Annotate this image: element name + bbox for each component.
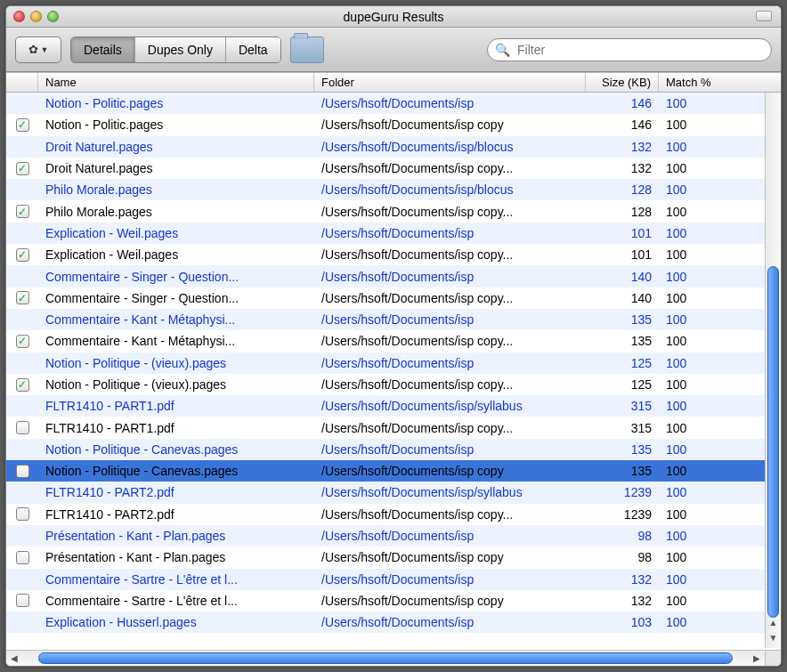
cell-folder: /Users/hsoft/Documents/isp [314,270,586,284]
table-row[interactable]: Explication - Husserl.pages/Users/hsoft/… [6,611,781,633]
toolbar-toggle-icon[interactable] [756,11,772,21]
cell-folder: /Users/hsoft/Documents/isp copy [314,594,586,608]
cell-size: 125 [586,356,659,370]
table-row[interactable]: Notion - Politique - Canevas.pages/Users… [6,439,781,460]
cell-name: Notion - Politic.pages [38,117,314,132]
cell-size: 135 [586,442,659,457]
row-checkbox[interactable] [16,205,29,218]
table-row[interactable]: Commentaire - Sartre - L'être et l.../Us… [6,590,781,611]
cell-match: 100 [659,291,730,305]
cell-name: Notion - Politic.pages [38,96,314,110]
table-row[interactable]: Présentation - Kant - Plan.pages/Users/h… [6,547,781,568]
toolbar: ✿ ▼ Details Dupes Only Delta 🔍 [6,28,781,72]
cell-match: 100 [659,421,730,435]
scroll-right-icon[interactable]: ▶ [749,653,765,663]
table-row[interactable]: Présentation - Kant - Plan.pages/Users/h… [6,525,781,547]
horizontal-scroll-thumb[interactable] [38,652,733,664]
row-checkbox[interactable] [16,465,29,478]
cell-folder: /Users/hsoft/Documents/isp/blocus [314,140,586,154]
view-segmented-control: Details Dupes Only Delta [70,36,281,63]
cell-folder: /Users/hsoft/Documents/isp copy... [314,377,586,392]
column-name[interactable]: Name [38,73,314,92]
cell-match: 100 [659,464,730,478]
cell-name: FLTR1410 - PART2.pdf [38,485,314,499]
scroll-up-icon[interactable]: ▲ [766,618,782,633]
zoom-icon[interactable] [47,11,59,22]
window: dupeGuru Results ✿ ▼ Details Dupes Only … [5,5,782,667]
results-table[interactable]: Notion - Politic.pages/Users/hsoft/Docum… [6,93,781,666]
table-row[interactable]: FLTR1410 - PART1.pdf/Users/hsoft/Documen… [6,417,781,438]
table-row[interactable]: Notion - Politique - Canevas.pages/Users… [6,460,781,482]
table-row[interactable]: Droit Naturel.pages/Users/hsoft/Document… [6,158,781,179]
row-checkbox[interactable] [16,118,29,132]
row-checkbox[interactable] [16,594,29,607]
cell-size: 146 [586,96,659,110]
table-row[interactable]: Notion - Politique - (vieux).pages/Users… [6,374,781,395]
row-checkbox[interactable] [16,335,29,348]
cell-name: Droit Naturel.pages [38,161,314,175]
vertical-scroll-thumb[interactable] [767,266,779,618]
row-checkbox[interactable] [16,507,29,521]
table-row[interactable]: Commentaire - Kant - Métaphysi.../Users/… [6,330,781,352]
filter-input[interactable] [515,42,764,58]
cell-match: 100 [659,615,730,629]
cell-name: Présentation - Kant - Plan.pages [38,529,314,543]
filter-field[interactable]: 🔍 [487,38,772,61]
table-row[interactable]: Notion - Politique - (vieux).pages/Users… [6,352,781,374]
column-folder[interactable]: Folder [314,73,586,92]
row-checkbox[interactable] [16,291,29,304]
table-row[interactable]: Notion - Politic.pages/Users/hsoft/Docum… [6,114,781,135]
table-row[interactable]: FLTR1410 - PART2.pdf/Users/hsoft/Documen… [6,504,781,525]
table-row[interactable]: Droit Naturel.pages/Users/hsoft/Document… [6,136,781,158]
cell-size: 101 [586,226,659,240]
gear-icon: ✿ [28,43,38,56]
table-row[interactable]: Commentaire - Singer - Question.../Users… [6,265,781,287]
tab-details[interactable]: Details [71,37,135,62]
vertical-scrollbar[interactable]: ▲ ▼ [765,93,781,648]
cell-size: 140 [586,291,659,305]
row-checkbox[interactable] [16,248,29,262]
minimize-icon[interactable] [30,11,42,22]
cell-match: 100 [659,270,730,284]
table-row[interactable]: Commentaire - Kant - Métaphysi.../Users/… [6,309,781,330]
scroll-left-icon[interactable]: ◀ [6,653,22,663]
close-icon[interactable] [13,11,25,22]
table-row[interactable]: Explication - Weil.pages/Users/hsoft/Doc… [6,244,781,265]
table-row[interactable]: Philo Morale.pages/Users/hsoft/Documents… [6,179,781,200]
tab-delta[interactable]: Delta [226,37,280,62]
cell-match: 100 [659,96,730,110]
actions-menu-button[interactable]: ✿ ▼ [15,36,61,63]
cell-folder: /Users/hsoft/Documents/isp copy... [314,421,586,435]
resize-corner[interactable] [765,650,781,666]
cell-name: Commentaire - Kant - Métaphysi... [38,334,314,348]
cell-match: 100 [659,247,730,262]
row-checkbox[interactable] [16,378,29,392]
cell-name: Commentaire - Singer - Question... [38,270,314,284]
table-row[interactable]: Commentaire - Singer - Question.../Users… [6,287,781,309]
cell-name: Philo Morale.pages [38,182,314,197]
cell-size: 146 [586,117,659,132]
row-checkbox[interactable] [16,421,29,434]
cell-size: 128 [586,182,659,197]
column-size[interactable]: Size (KB) [586,73,659,92]
column-checkbox[interactable] [6,73,38,92]
table-row[interactable]: Explication - Weil.pages/Users/hsoft/Doc… [6,223,781,244]
cell-match: 100 [659,140,730,154]
row-checkbox[interactable] [16,162,29,175]
table-row[interactable]: Commentaire - Sartre - L'être et l.../Us… [6,569,781,590]
horizontal-scrollbar[interactable]: ◀ ▶ [6,650,765,666]
column-match[interactable]: Match % [659,73,730,92]
cell-folder: /Users/hsoft/Documents/isp copy [314,117,586,132]
window-title: dupeGuru Results [6,10,781,24]
cell-match: 100 [659,334,730,348]
row-checkbox[interactable] [16,551,29,564]
scroll-down-icon[interactable]: ▼ [766,633,782,648]
table-row[interactable]: FLTR1410 - PART1.pdf/Users/hsoft/Documen… [6,395,781,417]
tab-dupes-only[interactable]: Dupes Only [135,37,226,62]
table-row[interactable]: FLTR1410 - PART2.pdf/Users/hsoft/Documen… [6,482,781,503]
folder-icon[interactable] [290,36,324,63]
table-row[interactable]: Philo Morale.pages/Users/hsoft/Documents… [6,200,781,222]
cell-name: Présentation - Kant - Plan.pages [38,550,314,564]
table-row[interactable]: Notion - Politic.pages/Users/hsoft/Docum… [6,93,781,114]
cell-size: 132 [586,140,659,154]
